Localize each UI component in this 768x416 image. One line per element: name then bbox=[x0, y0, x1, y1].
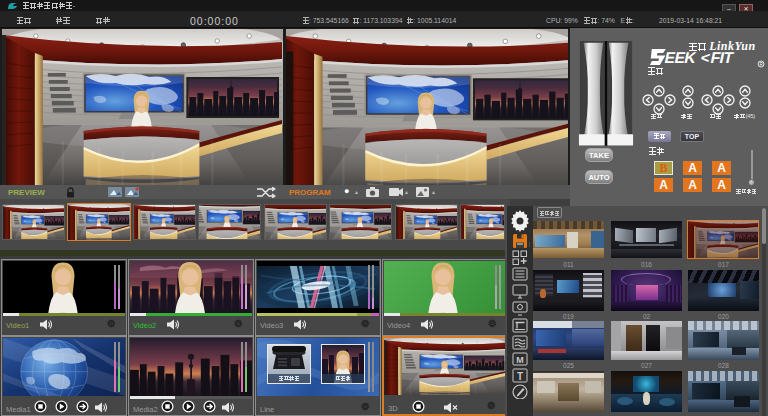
svg-text:M: M bbox=[516, 355, 524, 365]
svg-text:T: T bbox=[517, 371, 523, 382]
svg-text:EEK: EEK bbox=[663, 49, 698, 66]
svg-text:FIT: FIT bbox=[709, 49, 735, 66]
